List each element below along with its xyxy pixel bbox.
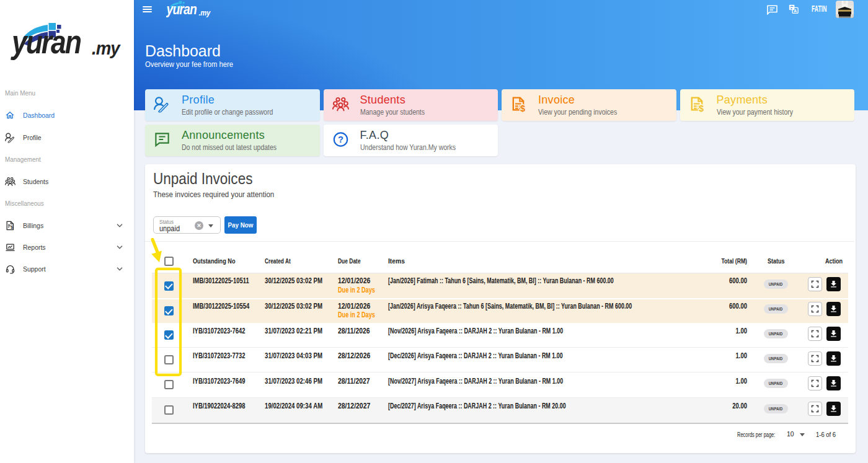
svg-text:.my: .my (199, 8, 211, 17)
svg-text:A: A (794, 9, 797, 13)
svg-text:yuran: yuran (166, 1, 197, 17)
svg-text:$: $ (699, 103, 704, 112)
svg-text:.my: .my (92, 37, 122, 58)
svg-text:$: $ (11, 225, 13, 230)
svg-text:$: $ (520, 103, 525, 112)
svg-text:yuran: yuran (10, 24, 81, 60)
svg-text:?: ? (338, 134, 343, 144)
